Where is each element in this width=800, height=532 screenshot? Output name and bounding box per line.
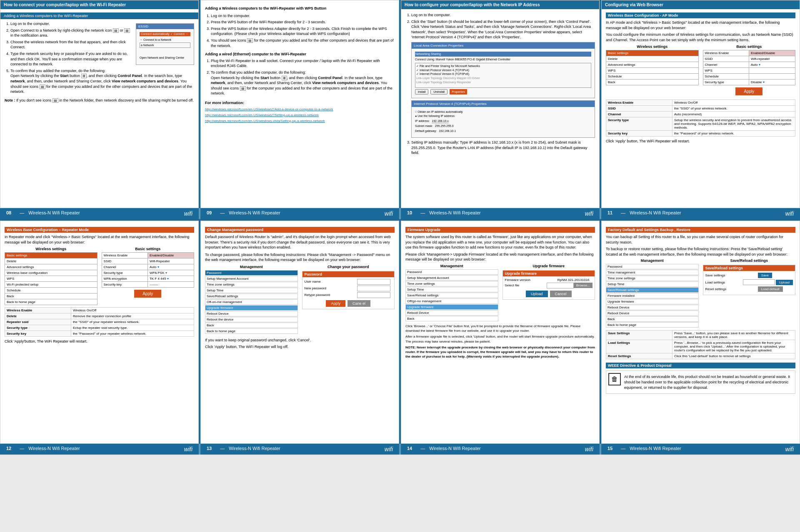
b3-item-reboot[interactable]: Reboot Device — [405, 310, 498, 316]
b4-weee-box: 🗑 At the end of its serviceable life, th… — [606, 370, 795, 394]
info-security-key-label: Security key — [606, 131, 672, 137]
divider-top: 08 — Wireless-N Wifi Repeater wifi 09 — … — [0, 208, 800, 219]
b3-form-layout: Management Password Setup Management Acc… — [405, 264, 595, 322]
panel-b4-header: Factory Default and Settings Backup , Re… — [606, 227, 795, 233]
b4-item-timezone[interactable]: Time zone settings — [606, 276, 699, 281]
b3-item-firmware[interactable]: Upgrade firmware — [405, 304, 498, 310]
b4-save-btn[interactable]: Save — [758, 273, 772, 278]
b2-apply-btn[interactable]: Apply — [326, 300, 345, 307]
b1-channel-l: Channel — [102, 264, 148, 270]
b4-loaddefault-btn[interactable]: Load default — [758, 286, 783, 292]
b2-retype-input[interactable] — [357, 292, 390, 298]
b4-info-reset-v: Click this 'Load default' button to remo… — [672, 353, 795, 359]
b3-item-offon[interactable]: Off/go-no management — [405, 298, 498, 304]
b1-wpa-l: WPA encryption — [102, 276, 148, 282]
click-apply-text: Click 'Apply' button, The WiFi Repeater … — [606, 139, 795, 144]
b4-item-reboot2[interactable]: Reboot Device — [606, 311, 699, 316]
p10-dash: — — [418, 208, 427, 219]
b2-item-home[interactable]: Back to home page — [205, 328, 298, 334]
b3-note2: After a firmware upgrade file is selecte… — [405, 334, 595, 343]
b2-item-back[interactable]: Back — [205, 323, 298, 328]
b4-savereload-form: Save/Reload settings Save settings Save … — [703, 265, 796, 295]
b4-intro: You can backup all Setting of this route… — [606, 234, 795, 245]
b4-item-firmware-inst[interactable]: Firmware installed — [606, 293, 699, 298]
b4-upload-btn[interactable]: Upload — [776, 280, 793, 285]
b3-file-input[interactable] — [547, 283, 573, 288]
ethernet-header: Adding a wired (Ethernet) computer to th… — [205, 52, 395, 57]
b4-info-load: Load Settings Press '...Browse...' to pi… — [606, 340, 795, 353]
info-ssid-val: the "SSID" of your wireless network. — [672, 106, 795, 112]
panel-factory-default: Factory Default and Settings Backup , Re… — [601, 221, 800, 444]
b2-item-reboot-dev[interactable]: Reboot the device — [205, 317, 298, 322]
b1-basic-label: Basic settings — [5, 253, 98, 259]
b2-retype-row: Retype password — [305, 292, 392, 298]
b1-back-label: Back — [5, 293, 98, 299]
b4-item-reboot1[interactable]: Reboot Device — [606, 305, 699, 310]
b2-item-password[interactable]: Password — [205, 270, 298, 276]
install-btn[interactable]: Install — [415, 89, 428, 94]
b2-newpass-input[interactable] — [357, 286, 390, 291]
p10-wifi: wifi — [579, 208, 600, 219]
b2-item-timezone[interactable]: Time zone settings — [205, 282, 298, 287]
b2-cancel-btn[interactable]: Cane el — [348, 300, 370, 307]
b3-item-time[interactable]: Setup Time — [405, 287, 498, 292]
b2-item-savereload[interactable]: Save/Reload settings — [205, 293, 298, 299]
url1: http://windows.microsoft.com/en-US/windo… — [205, 107, 395, 112]
b1-ws-wps: WPS — [5, 276, 98, 282]
b2-item-reboot[interactable]: Reboot Device — [205, 311, 298, 316]
ws-advanced-label: Advanced settings — [606, 62, 699, 68]
b3-browse-btn[interactable]: Browse... — [574, 283, 592, 288]
b3-cancel-btn[interactable]: Cancel — [550, 291, 572, 297]
b4-item-password[interactable]: Password — [606, 264, 699, 269]
b4-item-home[interactable]: Back to home page — [606, 322, 699, 328]
b1-info-delete: DeleteRemove the repeater connection pro… — [5, 313, 194, 319]
b2-item-time[interactable]: Setup Time — [205, 288, 298, 293]
bs-schedule-label: Schedule — [703, 74, 749, 80]
weee-icon: 🗑 — [608, 373, 621, 385]
b3-item-password[interactable]: Password — [405, 269, 498, 275]
b1-ssid-v: Wifi-Repeater — [148, 259, 194, 264]
b2-form-col: Change your password Password User name … — [302, 265, 395, 334]
properties-btn[interactable]: Properties — [450, 89, 467, 94]
b2-username-input[interactable] — [357, 279, 390, 285]
b4-load-input[interactable] — [743, 279, 775, 285]
b3-upload-btn[interactable]: Upload — [526, 291, 548, 297]
p10-title: Wireless-N Wifi Repeater — [427, 208, 482, 219]
b2-item-offon[interactable]: Off-on-me management — [205, 299, 298, 305]
p08-title: Wireless-N Wifi Repeater — [26, 208, 82, 219]
b4-item-firmware[interactable]: Upgrade firmware — [606, 299, 699, 304]
b1-wps-label: WPS — [5, 276, 98, 282]
network-screenshot: ESSID Connect automatically ✓ Connect → … — [136, 23, 194, 65]
b4-item-savereload[interactable]: Save/Reload settings — [606, 287, 699, 293]
panel1-note: Note : If you don't see icons ▤ in the N… — [5, 98, 194, 103]
b4-item-time[interactable]: Setup Time — [606, 281, 699, 287]
uninstall-btn[interactable]: Uninstall — [430, 89, 448, 94]
ws-row-wps: WPS — [606, 68, 699, 74]
b3-item-savereload[interactable]: Save/Reload settings — [405, 293, 498, 298]
b1-info-delete-v: Remove the repeater connection profile — [71, 313, 194, 319]
info-security-key-val: the "Password" of your wireless network. — [672, 131, 795, 137]
b3-item-back[interactable]: Back — [405, 316, 498, 321]
b4-load-row: Load settings Upload — [705, 279, 793, 285]
b2-item-account[interactable]: Setup Management Account — [205, 276, 298, 281]
top-row: How to connect your computer/laptop with… — [0, 0, 800, 208]
panel-b1-intro: In Repeater mode and click "Wireless-> B… — [5, 234, 194, 245]
b1-base-label: Wireless base configuration — [5, 270, 98, 276]
b3-fw-version-row: Firmware version RpNM.321-20131016 — [505, 278, 593, 282]
divider-bottom: 12 — Wireless-N Wifi Repeater wifi 13 — … — [0, 444, 800, 455]
p12-num: 12 — [0, 444, 18, 455]
b1-key-l: Security key — [102, 282, 148, 288]
b3-item-account[interactable]: Setup Management Account — [405, 275, 498, 281]
b2-item-firmware[interactable]: Upgrade firmware — [205, 305, 298, 311]
panel-b3-header: Firmware Upgrade — [405, 227, 595, 233]
b1-schedule-label: Schedule — [5, 288, 98, 293]
ip-dialog: Internet Protocol Version 4 (TCP/IPv4) P… — [411, 100, 595, 138]
b4-item-mgmt[interactable]: Time management — [606, 270, 699, 275]
b1-apply-button[interactable]: Apply — [134, 290, 161, 298]
b1-info-security-l: Security type — [5, 325, 71, 331]
b1-settings-layout: Wireless settings Basic settings Delete … — [5, 247, 194, 305]
b4-mgmt-col: Management Password Time management Time… — [606, 259, 699, 328]
b4-item-back[interactable]: Back — [606, 316, 699, 322]
b3-item-timezone[interactable]: Time zone settings — [405, 281, 498, 286]
apply-button[interactable]: Apply — [735, 87, 762, 95]
